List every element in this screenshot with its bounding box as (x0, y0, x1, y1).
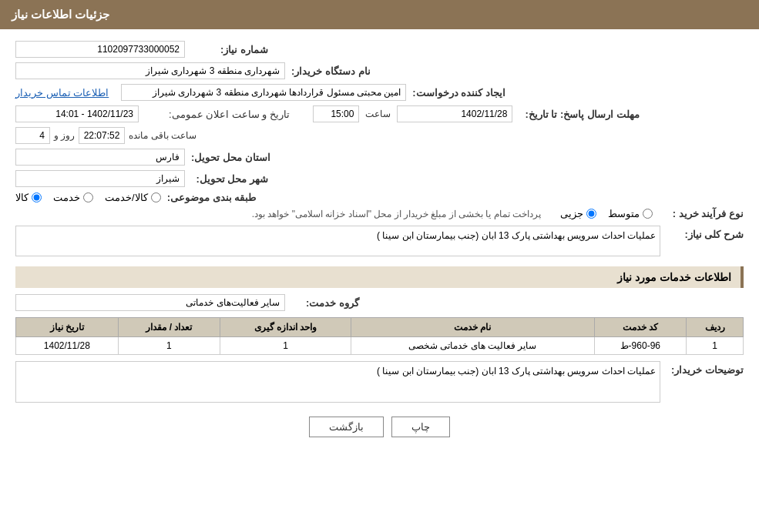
category-radio-kala[interactable] (32, 192, 42, 202)
process-radio-group: متوسط جزیی (560, 208, 653, 219)
button-row: چاپ بازگشت (15, 417, 744, 449)
back-button[interactable]: بازگشت (309, 417, 384, 437)
category-label-kala-khedmat: کالا/خدمت (105, 192, 148, 203)
send-date-label: مهلت ارسال پاسخ: تا تاریخ: (525, 109, 639, 120)
process-option-jozii: جزیی (560, 208, 596, 219)
send-date-row: مهلت ارسال پاسخ: تا تاریخ: ساعت تاریخ و … (15, 105, 744, 122)
deadline-time-input[interactable] (313, 105, 359, 122)
city-input[interactable] (15, 170, 185, 187)
cell-service-code: 960-96-ط (594, 337, 686, 355)
service-group-input[interactable] (15, 294, 285, 311)
services-table: ردیف کد خدمت نام خدمت واحد اندازه گیری ت… (15, 317, 744, 355)
need-desc-label: شرح کلی نیاز: (667, 229, 744, 240)
category-label-khedmat: خدمت (53, 192, 80, 203)
remaining-label: ساعت باقی مانده (129, 130, 196, 141)
category-option-kala: کالا (15, 192, 42, 203)
process-label-jozii: جزیی (560, 208, 583, 219)
page-header: جزئیات اطلاعات نیاز (0, 0, 759, 29)
need-number-label: شماره نیاز: (191, 44, 268, 55)
buyer-desc-label: توضیحات خریدار: (667, 364, 744, 376)
countdown-days-input[interactable] (15, 127, 50, 144)
category-radio-khedmat[interactable] (83, 192, 93, 202)
province-label: استان محل تحویل: (191, 152, 270, 163)
buyer-org-input[interactable] (15, 62, 285, 79)
service-group-row: گروه خدمت: (15, 294, 744, 311)
table-row: 1 960-96-ط سایر فعالیت های خدماتی شخصی 1… (16, 337, 744, 355)
buyer-org-label: نام دستگاه خریدار: (291, 65, 371, 77)
process-option-motavasset: متوسط (608, 208, 653, 219)
col-unit: واحد اندازه گیری (220, 318, 351, 337)
category-radio-group: کالا/خدمت خدمت کالا (15, 192, 161, 203)
content-area: شماره نیاز: نام دستگاه خریدار: ایجاد کنن… (0, 29, 759, 460)
countdown-clock-input[interactable] (79, 127, 125, 144)
announce-date-input[interactable] (15, 105, 139, 122)
category-row: طبقه بندی موضوعی: کالا/خدمت خدمت کالا (15, 192, 744, 203)
category-radio-kala-khedmat[interactable] (151, 192, 161, 202)
cell-quantity: 1 (118, 337, 220, 355)
service-group-label: گروه خدمت: (297, 297, 359, 309)
print-button[interactable]: چاپ (391, 417, 450, 437)
header-title: جزئیات اطلاعات نیاز (12, 8, 109, 21)
cell-unit: 1 (220, 337, 351, 355)
need-number-row: شماره نیاز: (15, 41, 744, 58)
contact-link[interactable]: اطلاعات تماس خریدار (15, 87, 109, 99)
category-option-kala-khedmat: کالا/خدمت (105, 192, 161, 203)
process-radio-jozii[interactable] (586, 209, 596, 219)
creator-row: ایجاد کننده درخواست: اطلاعات تماس خریدار (15, 84, 744, 101)
category-option-khedmat: خدمت (53, 192, 93, 203)
category-label-kala: کالا (15, 192, 29, 203)
need-desc-textarea[interactable]: عملیات احداث سرویس بهداشتی پارک 13 ابان … (15, 226, 660, 256)
need-desc-content: عملیات احداث سرویس بهداشتی پارک 13 ابان … (15, 226, 660, 259)
page-wrapper: جزئیات اطلاعات نیاز شماره نیاز: نام دستگ… (0, 0, 759, 532)
process-radio-motavasset[interactable] (643, 209, 653, 219)
process-type-label: نوع فرآیند خرید : (667, 208, 744, 219)
buyer-org-row: نام دستگاه خریدار: (15, 62, 744, 79)
days-label: روز و (54, 130, 75, 141)
time-label: ساعت (365, 109, 391, 119)
cell-service-name: سایر فعالیت های خدماتی شخصی (351, 337, 595, 355)
province-input[interactable] (15, 149, 185, 166)
col-service-name: نام خدمت (351, 318, 595, 337)
province-row: استان محل تحویل: (15, 149, 744, 166)
city-row: شهر محل تحویل: (15, 170, 744, 187)
col-service-code: کد خدمت (594, 318, 686, 337)
need-number-input[interactable] (15, 41, 185, 58)
services-table-section: ردیف کد خدمت نام خدمت واحد اندازه گیری ت… (15, 317, 744, 355)
countdown-row: ساعت باقی مانده روز و (15, 127, 744, 144)
services-section-header: اطلاعات خدمات مورد نیاز (15, 266, 744, 288)
need-desc-row: شرح کلی نیاز: عملیات احداث سرویس بهداشتی… (15, 226, 744, 259)
buyer-desc-content: عملیات احداث سرویس بهداشتی پارک 13 ابان … (15, 361, 660, 405)
cell-row-num: 1 (687, 337, 744, 355)
announce-date-label: تاریخ و ساعت اعلان عمومی: (151, 109, 290, 120)
process-description: پرداخت تمام یا بخشی از مبلغ خریدار از مح… (15, 209, 541, 219)
deadline-date-input[interactable] (397, 105, 512, 122)
creator-input[interactable] (121, 84, 406, 101)
col-row-num: ردیف (687, 318, 744, 337)
process-type-row: نوع فرآیند خرید : متوسط جزیی پرداخت تمام… (15, 208, 744, 219)
cell-date: 1402/11/28 (16, 337, 119, 355)
buyer-desc-textarea[interactable]: عملیات احداث سرویس بهداشتی پارک 13 ابان … (15, 361, 660, 403)
category-label: طبقه بندی موضوعی: (167, 192, 257, 203)
buyer-desc-row: توضیحات خریدار: عملیات احداث سرویس بهداش… (15, 361, 744, 405)
process-label-motavasset: متوسط (608, 208, 640, 219)
col-quantity: تعداد / مقدار (118, 318, 220, 337)
creator-label: ایجاد کننده درخواست: (412, 87, 505, 99)
col-date: تاریخ نیاز (16, 318, 119, 337)
city-label: شهر محل تحویل: (191, 173, 268, 185)
